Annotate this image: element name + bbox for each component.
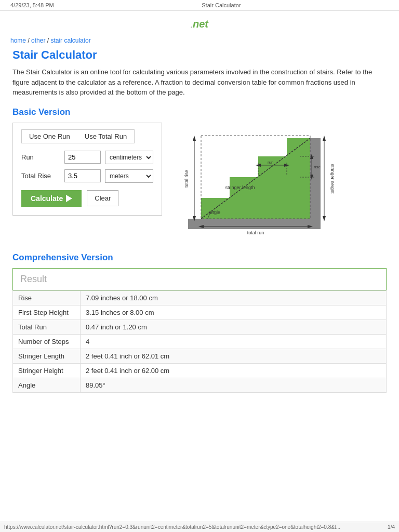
svg-text:stringer height: stringer height: [330, 164, 334, 194]
stair-diagram: total rise stringer height total run ris…: [172, 123, 334, 237]
comprehensive-version-title: Comprehensive Version: [12, 252, 387, 263]
calculate-button[interactable]: Calculate: [21, 190, 82, 207]
table-row: Number of Steps4: [13, 334, 387, 349]
svg-text:total run: total run: [247, 230, 264, 235]
svg-text:stringer length: stringer length: [225, 185, 255, 190]
row-value: 89.05°: [81, 378, 387, 392]
svg-rect-5: [287, 138, 310, 219]
tab-title: Stair Calculator: [54, 2, 389, 8]
tab-use-total-run[interactable]: Use Total Run: [77, 129, 135, 143]
logo-area: .net: [0, 11, 399, 35]
row-label: Angle: [13, 378, 81, 392]
run-row: Run centimeters meters feet inches: [21, 151, 153, 164]
results-table: Rise7.09 inches or 18.00 cmFirst Step He…: [12, 290, 387, 393]
row-label: First Step Height: [13, 305, 81, 320]
row-label: Stringer Height: [13, 363, 81, 378]
row-label: Total Run: [13, 320, 81, 334]
row-label: Stringer Length: [13, 349, 81, 363]
breadcrumb-current[interactable]: stair calculator: [50, 37, 90, 44]
table-row: Rise7.09 inches or 18.00 cm: [13, 290, 387, 305]
svg-text:rise: rise: [314, 165, 321, 169]
row-value: 2 feet 0.41 inch or 62.00 cm: [81, 363, 387, 378]
row-label: Number of Steps: [13, 334, 81, 349]
table-row: Stringer Height2 feet 0.41 inch or 62.00…: [13, 363, 387, 378]
rise-unit-select[interactable]: meters centimeters feet inches: [105, 169, 153, 183]
svg-rect-3: [230, 177, 258, 219]
breadcrumb: home / other / stair calculator: [0, 35, 399, 48]
svg-text:angle: angle: [209, 210, 220, 215]
run-unit-select[interactable]: centimeters meters feet inches: [105, 151, 153, 164]
basic-version-title: Basic Version: [12, 107, 387, 117]
total-rise-input[interactable]: [64, 169, 101, 182]
total-rise-row: Total Rise meters centimeters feet inche…: [21, 169, 153, 183]
page-title: Stair Calculator: [12, 48, 387, 62]
table-row: Total Run0.47 inch or 1.20 cm: [13, 320, 387, 334]
total-rise-label: Total Rise: [21, 172, 60, 180]
action-buttons: Calculate Clear: [21, 190, 153, 207]
calc-form: Use One Run Use Total Run Run centimeter…: [12, 123, 162, 216]
result-box: Result: [12, 268, 387, 290]
main-content: Stair Calculator The Stair Calculator is…: [2, 48, 397, 414]
table-row: Stringer Length2 feet 0.41 inch or 62.01…: [13, 349, 387, 363]
row-label: Rise: [13, 290, 81, 305]
run-label: Run: [21, 153, 60, 161]
svg-marker-13: [323, 136, 326, 141]
svg-marker-9: [193, 136, 196, 141]
tab-buttons: Use One Run Use Total Run: [21, 129, 153, 143]
svg-rect-0: [188, 219, 321, 229]
run-input[interactable]: [64, 151, 101, 164]
calculate-label: Calculate: [31, 194, 63, 203]
row-value: 7.09 inches or 18.00 cm: [81, 290, 387, 305]
clear-button[interactable]: Clear: [87, 190, 118, 206]
basic-version-area: Use One Run Use Total Run Run centimeter…: [12, 123, 387, 237]
svg-text:total rise: total rise: [184, 169, 189, 187]
row-value: 2 feet 0.41 inch or 62.01 cm: [81, 349, 387, 363]
top-bar: 4/29/23, 5:48 PM Stair Calculator: [0, 0, 399, 11]
datetime: 4/29/23, 5:48 PM: [10, 2, 54, 8]
play-icon: [66, 195, 72, 202]
svg-text:run: run: [268, 160, 274, 165]
svg-marker-14: [323, 216, 326, 221]
row-value: 0.47 inch or 1.20 cm: [81, 320, 387, 334]
page-description: The Stair Calculator is an online tool f…: [12, 67, 387, 98]
table-row: Angle89.05°: [13, 378, 387, 392]
table-row: First Step Height3.15 inches or 8.00 cm: [13, 305, 387, 320]
breadcrumb-other[interactable]: other: [31, 37, 45, 44]
row-value: 3.15 inches or 8.00 cm: [81, 305, 387, 320]
tab-use-one-run[interactable]: Use One Run: [21, 129, 77, 143]
row-value: 4: [81, 334, 387, 349]
logo: .net: [0, 17, 399, 31]
comprehensive-section: Comprehensive Version Result Rise7.09 in…: [12, 252, 387, 393]
breadcrumb-home[interactable]: home: [10, 37, 26, 44]
